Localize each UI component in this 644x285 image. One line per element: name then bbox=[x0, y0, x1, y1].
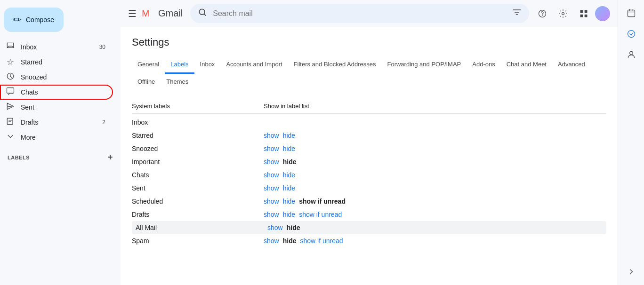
svg-rect-9 bbox=[585, 10, 588, 13]
more-icon bbox=[6, 132, 15, 143]
row-label-spam: Spam bbox=[132, 237, 264, 245]
table-row: Drafts show hide show if unread bbox=[132, 208, 606, 221]
svg-rect-10 bbox=[580, 14, 583, 17]
drafts-count: 2 bbox=[102, 119, 105, 126]
drafts-icon bbox=[6, 117, 15, 128]
main-area: ☰ M Gmail bbox=[121, 0, 618, 285]
calendar-panel-button[interactable] bbox=[622, 4, 641, 23]
tab-general[interactable]: General bbox=[132, 56, 165, 74]
compose-label: Compose bbox=[26, 16, 54, 24]
show-if-unread-link[interactable]: show if unread bbox=[299, 211, 342, 218]
row-actions-scheduled: show hide show if unread bbox=[264, 198, 606, 205]
row-actions-snoozed: show hide bbox=[264, 145, 606, 152]
table-row-allmail: All Mail show hide bbox=[132, 221, 606, 234]
tab-offline[interactable]: Offline bbox=[132, 73, 161, 91]
compose-button[interactable]: ✏ Compose bbox=[4, 8, 64, 32]
row-label-scheduled: Scheduled bbox=[132, 198, 264, 205]
topbar-actions bbox=[533, 4, 610, 23]
help-button[interactable] bbox=[533, 4, 552, 23]
inbox-count: 30 bbox=[99, 44, 105, 50]
tab-inbox[interactable]: Inbox bbox=[194, 56, 221, 74]
contacts-panel-button[interactable] bbox=[622, 45, 641, 64]
hide-link[interactable]: hide bbox=[283, 145, 295, 152]
tab-addons[interactable]: Add-ons bbox=[467, 56, 500, 74]
show-link[interactable]: show bbox=[264, 184, 279, 192]
tab-advanced[interactable]: Advanced bbox=[552, 56, 591, 74]
starred-icon: ☆ bbox=[6, 57, 15, 67]
show-link[interactable]: show bbox=[264, 237, 279, 245]
snoozed-label: Snoozed bbox=[21, 73, 105, 81]
tab-chat[interactable]: Chat and Meet bbox=[501, 56, 552, 74]
show-link[interactable]: show bbox=[264, 158, 279, 166]
settings-button[interactable] bbox=[554, 4, 572, 23]
sidebar-item-chats[interactable]: Chats bbox=[0, 85, 113, 100]
svg-point-14 bbox=[629, 51, 633, 55]
inbox-label: Inbox bbox=[21, 43, 94, 51]
show-link[interactable]: show bbox=[264, 211, 279, 218]
sidebar-item-more[interactable]: More bbox=[0, 130, 113, 145]
tab-forwarding[interactable]: Forwarding and POP/IMAP bbox=[381, 56, 467, 74]
row-actions-sent: show hide bbox=[264, 184, 606, 192]
snoozed-icon bbox=[6, 71, 15, 83]
settings-content: Settings General Labels Inbox Accounts a… bbox=[121, 27, 618, 285]
row-actions-allmail: show hide bbox=[267, 224, 603, 231]
row-actions-starred: show hide bbox=[264, 132, 606, 139]
show-if-unread-bold: show if unread bbox=[299, 198, 346, 205]
svg-rect-12 bbox=[628, 10, 635, 16]
more-label: More bbox=[21, 134, 105, 141]
hide-link[interactable]: hide bbox=[283, 198, 295, 205]
show-link[interactable]: show bbox=[264, 132, 279, 139]
tasks-panel-button[interactable] bbox=[622, 24, 641, 43]
tab-themes[interactable]: Themes bbox=[161, 73, 194, 91]
svg-rect-11 bbox=[585, 14, 588, 17]
table-row: Spam show hide show if unread bbox=[132, 234, 606, 247]
advanced-search-icon[interactable] bbox=[512, 8, 522, 19]
sidebar-item-snoozed[interactable]: Snoozed bbox=[0, 70, 113, 85]
hide-link[interactable]: hide bbox=[283, 184, 295, 192]
starred-label: Starred bbox=[21, 58, 105, 66]
row-label-drafts: Drafts bbox=[132, 211, 264, 218]
hide-link[interactable]: hide bbox=[283, 132, 295, 139]
add-label-button[interactable]: + bbox=[108, 152, 113, 162]
settings-title: Settings bbox=[132, 36, 606, 48]
svg-point-13 bbox=[628, 31, 635, 38]
row-label-inbox: Inbox bbox=[132, 119, 264, 126]
table-row: Chats show hide bbox=[132, 168, 606, 182]
menu-icon[interactable]: ☰ bbox=[128, 8, 137, 19]
expand-panel-button[interactable] bbox=[622, 262, 641, 281]
show-link[interactable]: show bbox=[267, 224, 283, 231]
settings-header: Settings bbox=[121, 27, 618, 48]
right-panel bbox=[618, 0, 644, 285]
chats-icon bbox=[6, 87, 15, 98]
row-actions-important: show hide bbox=[264, 158, 606, 166]
tab-accounts[interactable]: Accounts and Import bbox=[220, 56, 288, 74]
hide-link[interactable]: hide bbox=[283, 211, 295, 218]
tab-labels[interactable]: Labels bbox=[165, 56, 194, 74]
sidebar-item-sent[interactable]: Sent bbox=[0, 100, 113, 115]
sidebar-item-starred[interactable]: ☆ Starred bbox=[0, 55, 113, 70]
table-row: Scheduled show hide show if unread bbox=[132, 195, 606, 208]
table-row: Starred show hide bbox=[132, 129, 606, 142]
show-link[interactable]: show bbox=[264, 198, 279, 205]
svg-rect-2 bbox=[7, 118, 13, 124]
apps-button[interactable] bbox=[574, 4, 593, 23]
labels-table: System labels Show in label list Inbox S… bbox=[121, 91, 618, 255]
hide-link[interactable]: hide bbox=[283, 171, 295, 179]
svg-point-7 bbox=[562, 12, 564, 15]
sidebar-item-drafts[interactable]: Drafts 2 bbox=[0, 115, 113, 130]
hide-bold: hide bbox=[283, 158, 297, 166]
show-link[interactable]: show bbox=[264, 145, 279, 152]
app-title: Gmail bbox=[158, 8, 183, 19]
show-if-unread-link[interactable]: show if unread bbox=[300, 237, 343, 245]
sidebar-item-inbox[interactable]: Inbox 30 bbox=[0, 40, 113, 55]
drafts-label: Drafts bbox=[21, 119, 97, 126]
show-link[interactable]: show bbox=[264, 171, 279, 179]
avatar[interactable] bbox=[595, 6, 610, 21]
row-actions-chats: show hide bbox=[264, 171, 606, 179]
sidebar: ✏ Compose Inbox 30 ☆ Starred Snoozed Cha… bbox=[0, 0, 121, 285]
col1-header: System labels bbox=[132, 103, 264, 110]
tab-filters[interactable]: Filters and Blocked Addresses bbox=[288, 56, 382, 74]
row-label-allmail: All Mail bbox=[136, 224, 267, 231]
row-label-sent: Sent bbox=[132, 184, 264, 192]
search-input[interactable] bbox=[213, 9, 507, 18]
